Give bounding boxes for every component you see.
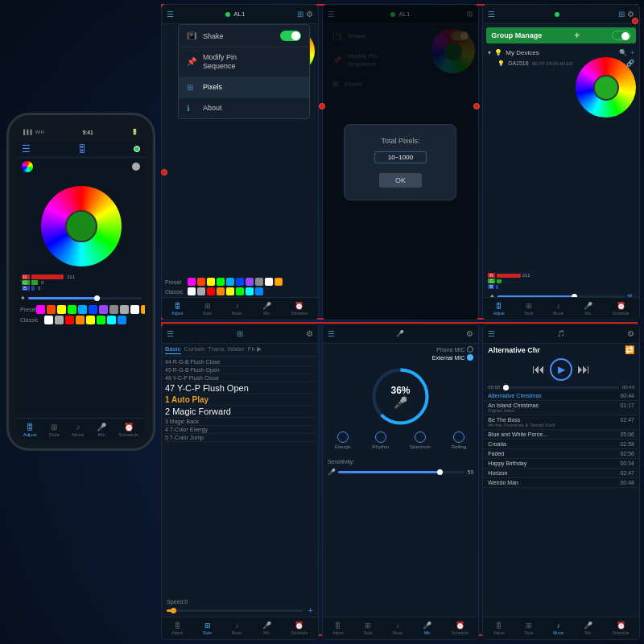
p5-nav-style[interactable]: ⊞ Style [364,621,373,635]
panel1-settings-icon[interactable]: ⚙ [306,10,313,19]
sensitivity-track[interactable] [338,471,465,473]
p5-nav-music[interactable]: ♪ Music [393,621,403,635]
nav-mic[interactable]: 🎤 Mic [97,423,106,437]
p1-nav-music[interactable]: ♪ Music [232,302,242,316]
p1-sw6[interactable] [236,278,244,286]
p3-nav-adjust[interactable]: 🎛 Adjust [493,302,505,316]
p6-nav-mic[interactable]: 🎤 Mic [584,621,592,635]
playlist-item-6[interactable]: Faded 02:56 [483,449,639,459]
swatch-5[interactable] [78,305,87,314]
p1-sw10[interactable] [275,278,283,286]
music-item-47[interactable]: 47 Y-C-P Flush Open [165,382,315,394]
shake-toggle[interactable] [280,31,301,41]
playlist-item-5[interactable]: Croatia 02:58 [483,440,639,449]
c1-sw3[interactable] [207,287,215,295]
playlist-item-1[interactable]: Alternative Christmas 00:44 [483,391,639,401]
speed-plus[interactable]: + [308,606,313,615]
swatch-2[interactable] [47,305,56,314]
playlist-item-2[interactable]: An Island Christmas Digital Juice 01:17 [483,401,639,415]
panel6-settings-icon[interactable]: ⚙ [627,329,634,338]
p1-nav-schedule[interactable]: ⏰ Schedule [291,302,308,316]
p1-sw4[interactable] [217,278,225,286]
swatch-7[interactable] [99,305,108,314]
music-item-5[interactable]: 5 7-Color Jump [165,434,315,442]
p1-sw7[interactable] [246,278,254,286]
tab-basic[interactable]: Basic [165,345,181,354]
phone-mic-option[interactable]: Phone MIC [436,346,473,353]
classic-swatch-1[interactable] [44,316,53,324]
p4-nav-style[interactable]: ⊞ Style [203,621,212,635]
shake-menu-item[interactable]: 📳 Shake [179,25,309,47]
rhythm-option[interactable]: Rhythm [372,431,389,449]
music-item-44[interactable]: 44 R-G-B Flush Close [165,358,315,366]
time-track[interactable] [503,386,619,389]
add-device-icon[interactable]: + [630,49,634,56]
playlist-item-9[interactable]: Weirdo Man 00:48 [483,478,639,488]
small-color-circle[interactable] [22,161,33,172]
p5-nav-mic[interactable]: 🎤 Mic [423,621,431,635]
p1-nav-style[interactable]: ⊞ Style [203,302,212,316]
speed-track[interactable] [167,609,303,612]
panel3-menu-icon[interactable]: ☰ [488,10,495,19]
modify-pin-menu-item[interactable]: 📌 Modify PinSequence [179,47,309,77]
panel4-settings-icon[interactable]: ⚙ [306,329,313,338]
p4-nav-music[interactable]: ♪ Music [232,621,242,635]
c1-sw2[interactable] [197,287,205,295]
external-mic-radio[interactable] [467,354,473,361]
classic-swatch-8[interactable] [118,316,126,324]
panel5-settings-icon[interactable]: ⚙ [466,329,473,338]
p1-sw8[interactable] [255,278,263,286]
swatch-4[interactable] [68,305,76,314]
energic-circle[interactable] [337,431,349,443]
p4-nav-mic[interactable]: 🎤 Mic [262,621,271,635]
classic-swatch-5[interactable] [86,316,95,324]
p4-nav-schedule[interactable]: ⏰ Schedule [291,621,308,635]
p6-nav-style[interactable]: ⊞ Style [524,621,533,635]
nav-style[interactable]: ⊞ Style [49,423,60,437]
c1-sw1[interactable] [188,287,196,295]
swatch-9[interactable] [120,305,129,314]
phone-mic-radio[interactable] [467,346,473,353]
p3-nav-schedule[interactable]: ⏰ Schedule [613,302,630,316]
playlist-item-8[interactable]: Horizon 02:47 [483,469,639,478]
prev-button[interactable]: ⏮ [532,362,545,377]
classic-swatch-2[interactable] [55,316,64,324]
c1-sw6[interactable] [236,287,244,295]
playlist-item-4[interactable]: Blue and White Porce... 05:06 [483,430,639,440]
classic-swatch-4[interactable] [76,316,85,324]
classic-swatch-6[interactable] [97,316,105,324]
search-icon[interactable]: 🔍 [619,49,627,56]
next-button[interactable]: ⏭ [577,362,590,377]
speed-thumb[interactable] [171,608,176,613]
panel1-menu-icon[interactable]: ☰ [167,10,174,19]
brightness-track[interactable] [28,297,142,299]
color-wheel[interactable] [41,186,122,266]
p5-nav-adjust[interactable]: 🎛 Adjust [332,621,344,635]
energic-option[interactable]: Energic [335,431,351,449]
expand-icon[interactable]: ▾ [488,49,491,56]
p3-nav-music[interactable]: ♪ Music [553,302,564,316]
swatch-6[interactable] [89,305,97,314]
panel3-grid-icon[interactable]: ⊞ [618,10,625,19]
group-manage-bar[interactable]: Group Manage + [486,27,636,43]
music-item-4[interactable]: 4 7-Color Energy [165,426,315,434]
group-toggle[interactable] [612,31,631,40]
panel4-menu-icon[interactable]: ☰ [167,329,174,338]
sensitivity-thumb[interactable] [437,469,443,475]
p5-nav-schedule[interactable]: ⏰ Schedule [452,621,469,635]
music-item-1[interactable]: 1 Auto Play [165,394,315,406]
external-mic-option[interactable]: External MIC [432,354,473,361]
rolling-circle[interactable] [453,431,464,443]
rhythm-circle[interactable] [375,431,386,443]
nav-adjust[interactable]: 🎛 Adjust [23,423,37,437]
swatch-3[interactable] [57,305,66,314]
music-item-3[interactable]: 3 Magic Back [165,418,315,426]
p1-sw1[interactable] [188,278,196,286]
tab-curtain[interactable]: Curtain [184,345,205,354]
c1-sw5[interactable] [226,287,234,295]
classic-swatch-3[interactable] [65,316,74,324]
c1-sw7[interactable] [246,287,254,295]
p3-nav-mic[interactable]: 🎤 Mic [584,302,592,316]
panel5-menu-icon[interactable]: ☰ [328,329,335,338]
swatch-8[interactable] [109,305,118,314]
